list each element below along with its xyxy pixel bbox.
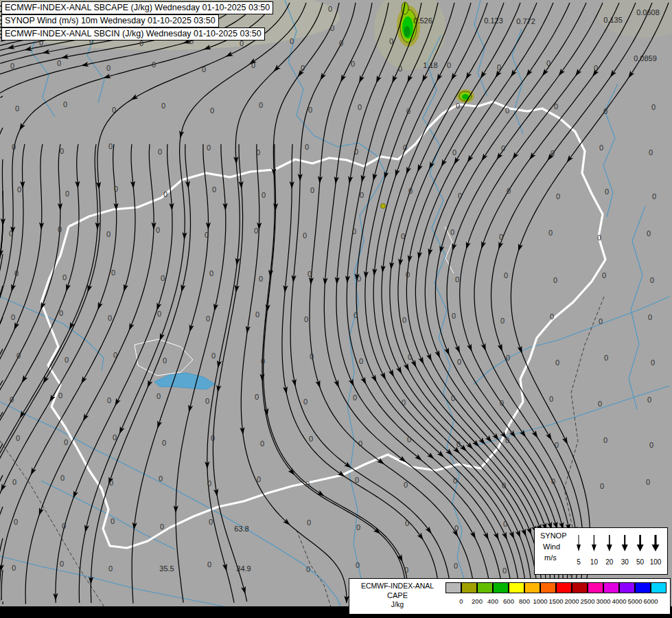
- wind-arrow-head-icon: [637, 545, 644, 551]
- wind-speed-label: 20: [605, 558, 613, 566]
- lake-balaton: [154, 373, 215, 389]
- dashed-borders: [0, 297, 604, 607]
- cape-color-cell: [540, 582, 556, 593]
- wind-speed-label: 30: [621, 558, 629, 566]
- cape-color-cell: [572, 582, 588, 593]
- cape-tick-label: 200: [472, 597, 483, 605]
- cape-tick-label: 4000: [612, 597, 626, 605]
- cape-color-cell: [635, 582, 651, 593]
- title-sbcape: ECMWF-INDEX-ANAL SBCAPE (J/kg) Wednesday…: [1, 1, 273, 14]
- cape-color-cell: [445, 582, 461, 593]
- cape-tick-label: 800: [519, 597, 530, 605]
- wind-arrow-head-icon: [622, 545, 628, 551]
- cape-tick-label: 3000: [596, 597, 610, 605]
- wind-speed-label: 10: [590, 558, 598, 566]
- wind-speed-label: 50: [636, 558, 644, 566]
- cape-tick-label: 1000: [533, 597, 547, 605]
- map-canvas: [0, 0, 672, 618]
- wind-speed-label: 100: [650, 558, 662, 566]
- cape-color-cell: [524, 582, 540, 593]
- title-sbcin: ECMWF-INDEX-ANAL SBCIN (J/kg) Wednesday …: [1, 27, 265, 41]
- cape-legend: ECMWF-INDEX-ANAL CAPE J/kg 0200400600800…: [349, 578, 671, 615]
- cape-legend-parameter: CAPE: [349, 591, 445, 599]
- wind-streamlines: [0, 3, 669, 605]
- cape-color-cell: [619, 582, 635, 593]
- wind-speed-arrows: [570, 531, 665, 553]
- cape-tick-label: 5000: [627, 597, 642, 605]
- wind-arrow-head-icon: [652, 545, 660, 551]
- wind-speed-label: 5: [577, 558, 581, 566]
- cape-legend-units: J/kg: [349, 601, 445, 608]
- wind-arrow-head-icon: [577, 545, 581, 551]
- cape-legend-source: ECMWF-INDEX-ANAL: [349, 582, 445, 590]
- wind-legend-units: m/s: [544, 553, 557, 562]
- country-border: [41, 102, 605, 548]
- cape-color-cell: [461, 582, 477, 593]
- cape-color-cell: [556, 582, 572, 593]
- cape-color-cell: [509, 582, 524, 593]
- weather-map: 0000000000000000000000000000000000000000…: [0, 0, 672, 618]
- cape-tick-label: 0: [459, 597, 463, 605]
- cape-color-cell: [493, 582, 509, 593]
- wind-arrow-head-icon: [592, 545, 596, 551]
- thin-white-borders: [135, 227, 454, 376]
- wind-arrow-head-icon: [607, 545, 612, 551]
- cape-tick-label: 1500: [548, 597, 563, 605]
- wind-legend-parameter: Wind: [543, 542, 560, 551]
- cape-color-cell: [588, 582, 603, 593]
- cape-color-cell: [603, 582, 619, 593]
- cape-tick-label: 6000: [643, 597, 658, 605]
- wind-legend: SYNOP Wind m/s 510203050100: [534, 527, 668, 575]
- title-wind: SYNOP Wind (m/s) 10m Wednesday 01-10-202…: [1, 14, 219, 27]
- cape-tick-label: 400: [487, 597, 498, 605]
- cape-tick-label: 600: [503, 597, 514, 605]
- cape-color-cell: [651, 582, 667, 593]
- cape-tick-label: 2000: [564, 597, 579, 605]
- wind-legend-source: SYNOP: [540, 531, 567, 540]
- cape-tick-label: 2500: [580, 597, 594, 605]
- cape-color-cell: [477, 582, 493, 593]
